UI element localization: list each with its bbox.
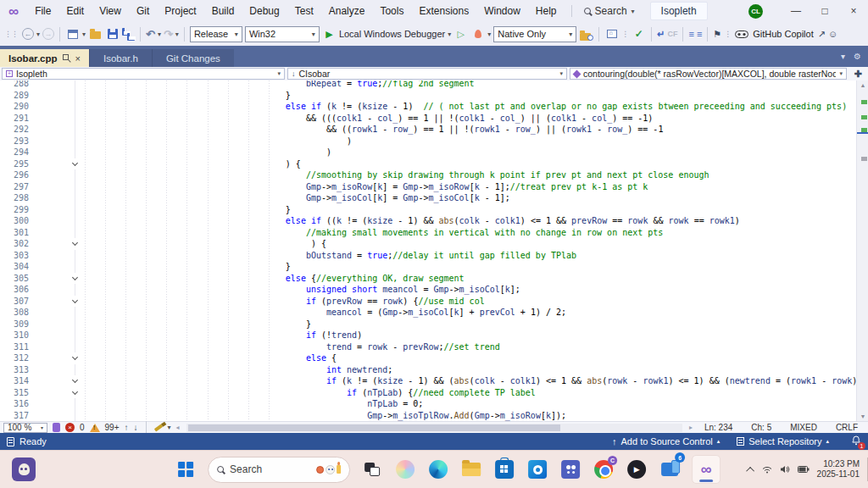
code-line[interactable]: 313 int newtrend; bbox=[0, 364, 856, 376]
media-player-button[interactable]: ▶ bbox=[626, 458, 648, 480]
uncomment-lines-icon[interactable]: ≡ bbox=[697, 29, 702, 39]
menu-item-tools[interactable]: Tools bbox=[372, 2, 411, 20]
menu-item-view[interactable]: View bbox=[92, 2, 129, 20]
select-repository-button[interactable]: Select Repository ▴ bbox=[737, 436, 829, 446]
open-folder-button[interactable] bbox=[88, 27, 103, 42]
search-control[interactable]: Search ▾ bbox=[579, 3, 640, 19]
chevron-down-icon[interactable]: ▾ bbox=[158, 30, 161, 38]
code-editor[interactable]: 288 bRepeat = true;//flag 2nd segment289… bbox=[0, 80, 868, 421]
code-line[interactable]: 308 meancol = (Gmp->m_isoCol[k] + prevCo… bbox=[0, 307, 856, 319]
notifications-button[interactable]: 1 bbox=[851, 435, 861, 447]
tab-isobar-cpp[interactable]: Isobar.cpp × bbox=[0, 49, 89, 67]
code-line[interactable]: 307 if (prevRow == rowk) {//use mid col bbox=[0, 296, 856, 308]
run-tests-icon[interactable]: ✓ bbox=[632, 27, 646, 42]
menu-item-git[interactable]: Git bbox=[129, 2, 157, 20]
scroll-down-icon[interactable]: ▼ bbox=[857, 413, 868, 419]
visual-studio-taskbar-button[interactable]: ∞ bbox=[692, 455, 721, 484]
warning-count[interactable]: 99+ bbox=[105, 423, 120, 432]
code-line[interactable]: 300 else if ((k != (ksize - 1) && abs(co… bbox=[0, 215, 856, 227]
code-line[interactable]: 315 if (nTpLab) {//need complete TP labe… bbox=[0, 387, 856, 399]
line-indicator[interactable]: Ln: 234 bbox=[698, 423, 739, 432]
navigate-cursor-icon[interactable]: ↵ bbox=[657, 29, 665, 40]
code-line[interactable]: 288 bRepeat = true;//flag 2nd segment bbox=[0, 80, 856, 90]
code-line[interactable]: 296 //smoothing by skip drawing through … bbox=[0, 169, 856, 181]
pin-tab-icon[interactable] bbox=[63, 54, 70, 62]
horizontal-scrollbar[interactable] bbox=[186, 424, 682, 432]
encoding-indicator[interactable]: MIXED bbox=[783, 423, 824, 432]
menu-item-test[interactable]: Test bbox=[287, 2, 321, 20]
fold-toggle[interactable] bbox=[68, 158, 81, 170]
microsoft-store-button[interactable] bbox=[493, 458, 515, 480]
debug-target-label[interactable]: Local Windows Debugger bbox=[339, 29, 445, 39]
copilot-label[interactable]: GitHub Copilot bbox=[753, 29, 814, 39]
code-line[interactable]: 304 } bbox=[0, 261, 856, 273]
battery-icon[interactable] bbox=[798, 466, 810, 473]
code-line[interactable]: 317 Gmp->m_isoTplRow.Add(Gmp->m_isoRow[k… bbox=[0, 410, 856, 422]
fold-toggle[interactable] bbox=[68, 375, 81, 387]
code-line[interactable]: 314 if (k != (ksize - 1) && (abs(colk - … bbox=[0, 375, 856, 387]
scroll-right-icon[interactable]: ▸ bbox=[689, 424, 693, 431]
start-button[interactable] bbox=[175, 458, 197, 480]
tab-isobar-h[interactable]: Isobar.h bbox=[89, 49, 152, 67]
wifi-icon[interactable] bbox=[762, 466, 772, 474]
warning-icon[interactable] bbox=[90, 424, 100, 432]
member-dropdown[interactable]: contouring(double(* rasRowVector)[MAXCOL… bbox=[570, 68, 847, 80]
menu-item-help[interactable]: Help bbox=[528, 2, 565, 20]
fold-toggle[interactable] bbox=[68, 273, 81, 285]
scrollbar-thumb[interactable] bbox=[188, 424, 560, 431]
menu-item-build[interactable]: Build bbox=[204, 2, 242, 20]
close-tab-icon[interactable]: × bbox=[75, 53, 81, 64]
menu-item-analyze[interactable]: Analyze bbox=[321, 2, 373, 20]
find-in-files-icon[interactable] bbox=[579, 27, 593, 42]
account-avatar[interactable]: CL bbox=[748, 4, 763, 19]
menu-item-extensions[interactable]: Extensions bbox=[411, 2, 476, 20]
tab-list-dropdown-icon[interactable]: ▾ bbox=[841, 52, 845, 61]
solution-configuration-dropdown[interactable]: Release▾ bbox=[190, 26, 242, 42]
chevron-down-icon[interactable]: ▾ bbox=[82, 30, 86, 38]
scroll-left-icon[interactable]: ◂ bbox=[176, 424, 180, 431]
comment-lines-icon[interactable]: ≡ bbox=[688, 29, 693, 39]
tab-git-changes[interactable]: Git Changes bbox=[152, 49, 234, 67]
split-window-button[interactable]: ✚ bbox=[849, 68, 866, 80]
code-line[interactable]: 312 else { bbox=[0, 352, 856, 364]
start-without-debugging-button[interactable]: ▷ bbox=[453, 27, 468, 42]
copilot-taskbar-button[interactable] bbox=[394, 458, 416, 480]
code-line[interactable]: 309 } bbox=[0, 319, 856, 330]
code-line[interactable]: 297 Gmp->m_isoRow[k] = Gmp->m_isoRow[k -… bbox=[0, 181, 856, 193]
toolbar-overflow-icon[interactable]: ⋮ bbox=[724, 30, 732, 38]
outlook-button[interactable] bbox=[526, 458, 548, 480]
error-count[interactable]: 0 bbox=[80, 423, 85, 432]
zoom-dropdown[interactable]: 100 %▾ bbox=[3, 423, 47, 433]
code-line[interactable]: 306 unsigned short meancol = Gmp->m_isoC… bbox=[0, 284, 856, 296]
code-line[interactable]: 299 } bbox=[0, 204, 856, 216]
line-ending-indicator[interactable]: CRLF bbox=[829, 423, 865, 432]
send-feedback-icon[interactable]: ☺ bbox=[828, 29, 837, 39]
add-to-source-control-button[interactable]: ↑ Add to Source Control ▴ bbox=[612, 436, 720, 446]
fold-toggle[interactable] bbox=[68, 387, 81, 399]
code-line[interactable]: 295 ) { bbox=[0, 158, 856, 170]
vertical-scrollbar[interactable]: ▲ ▼ bbox=[856, 80, 868, 421]
code-analysis-dropdown[interactable]: Native Only▾ bbox=[493, 26, 576, 42]
hidden-icons-chevron-icon[interactable] bbox=[746, 466, 754, 474]
type-dropdown[interactable]: ↓ CIsobar ▾ bbox=[287, 68, 567, 80]
toolbar-grip[interactable]: ⋮⋮ bbox=[4, 30, 18, 38]
chevron-down-icon[interactable]: ▾ bbox=[175, 30, 179, 38]
edge-button[interactable] bbox=[427, 458, 449, 480]
minimize-button[interactable]: — bbox=[782, 0, 810, 22]
solution-name-box[interactable]: Isopleth bbox=[650, 2, 708, 20]
code-line[interactable]: 316 nTpLab = 0; bbox=[0, 398, 856, 410]
chevron-down-icon[interactable]: ▾ bbox=[36, 30, 40, 38]
column-indicator[interactable]: Ch: 5 bbox=[744, 423, 778, 432]
restore-button[interactable]: □ bbox=[810, 0, 839, 22]
error-icon[interactable]: × bbox=[65, 423, 75, 432]
project-dropdown[interactable]: Isopleth ▾ bbox=[2, 68, 285, 80]
volume-icon[interactable] bbox=[780, 465, 790, 474]
call-hierarchy-icon[interactable]: CF bbox=[667, 30, 677, 38]
navigate-forward-button[interactable]: → bbox=[42, 28, 54, 40]
menu-item-project[interactable]: Project bbox=[157, 2, 203, 20]
previous-issue-icon[interactable]: ↑ bbox=[125, 423, 129, 432]
start-debugging-button[interactable]: ▶ bbox=[322, 27, 337, 42]
code-line[interactable]: 310 if (!trend) bbox=[0, 330, 856, 341]
code-line[interactable]: 289 } bbox=[0, 90, 856, 102]
code-cleanup-icon[interactable] bbox=[153, 424, 162, 431]
